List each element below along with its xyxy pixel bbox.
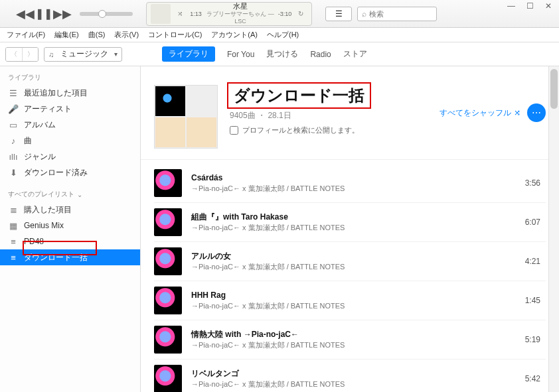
- tab-for you[interactable]: For You: [227, 50, 254, 59]
- minimize-button[interactable]: —: [505, 1, 518, 11]
- time-elapsed: 1:13: [187, 11, 205, 17]
- shuffle-all-button[interactable]: すべてをシャッフル ⤨: [439, 107, 520, 119]
- track-info: 情熱大陸 with →Pia-no-jaC←→Pia-no-jaC← x 葉加瀬…: [191, 329, 503, 350]
- sidebar-item-icon: ⬇: [8, 168, 19, 178]
- track-title: リベルタンゴ: [191, 368, 503, 379]
- shuffle-icon[interactable]: ⤨: [173, 10, 187, 17]
- next-button[interactable]: ▶▶: [53, 5, 72, 23]
- track-info: HHH Rag→Pia-no-jaC← x 葉加瀬太郎 / BATTLE NOT…: [191, 290, 503, 310]
- sidebar-item-label: ジャンル: [24, 151, 56, 163]
- track-row[interactable]: 組曲『』with Taro Hakase→Pia-no-jaC← x 葉加瀬太郎…: [154, 203, 546, 242]
- sidebar-item-icon: ıllı: [8, 152, 19, 162]
- library-item-2[interactable]: ▭アルバム: [0, 117, 140, 133]
- playlist-item-1[interactable]: ▦Genius Mix: [0, 218, 140, 233]
- list-view-button[interactable]: ☰: [325, 7, 352, 21]
- playlist-header: ダウンロード一括 9405曲 ・ 28.1日 プロフィールと検索に公開します。 …: [141, 66, 559, 160]
- sidebar-item-label: Genius Mix: [24, 221, 64, 230]
- playlist-item-3[interactable]: ≡ダウンロード一括: [0, 249, 140, 265]
- menu-5[interactable]: アカウント(A): [207, 29, 262, 41]
- track-artist: →Pia-no-jaC← x 葉加瀬太郎 / BATTLE NOTES: [191, 223, 503, 233]
- publish-checkbox-row[interactable]: プロフィールと検索に公開します。: [230, 125, 546, 135]
- library-item-1[interactable]: 🎤アーティスト: [0, 101, 140, 117]
- library-item-5[interactable]: ⬇ダウンロード済み: [0, 164, 140, 180]
- scrollbar-thumb[interactable]: [550, 69, 558, 109]
- tab-ストア[interactable]: ストア: [343, 48, 367, 60]
- tab-見つける[interactable]: 見つける: [266, 48, 298, 60]
- vertical-scrollbar[interactable]: [548, 66, 559, 392]
- search-icon: ⌕: [362, 9, 366, 19]
- media-category-select[interactable]: ミュージック: [44, 47, 122, 62]
- track-artwork: [154, 326, 182, 354]
- main-panel: ダウンロード一括 9405曲 ・ 28.1日 プロフィールと検索に公開します。 …: [141, 66, 559, 392]
- playlist-item-0[interactable]: ≣購入した項目: [0, 202, 140, 218]
- track-artist: →Pia-no-jaC← x 葉加瀬太郎 / BATTLE NOTES: [191, 379, 503, 389]
- track-artist: →Pia-no-jaC← x 葉加瀬太郎 / BATTLE NOTES: [191, 340, 503, 350]
- tab-radio[interactable]: Radio: [310, 50, 331, 59]
- menu-2[interactable]: 曲(S): [84, 29, 110, 41]
- sidebar-item-label: アルバム: [24, 119, 56, 131]
- track-row[interactable]: Csárdás→Pia-no-jaC← x 葉加瀬太郎 / BATTLE NOT…: [154, 164, 546, 203]
- track-row[interactable]: アルルの女→Pia-no-jaC← x 葉加瀬太郎 / BATTLE NOTES…: [154, 242, 546, 281]
- track-info: 組曲『』with Taro Hakase→Pia-no-jaC← x 葉加瀬太郎…: [191, 212, 503, 232]
- now-playing-subtitle: ラブリーサマーちゃん — LSC: [205, 11, 276, 25]
- time-remaining: -3:10: [276, 11, 294, 17]
- now-playing-title: 水星: [205, 2, 276, 11]
- repeat-icon[interactable]: ↻: [294, 10, 307, 17]
- menubar: ファイル(F)編集(E)曲(S)表示(V)コントロール(C)アカウント(A)ヘル…: [0, 28, 559, 42]
- sidebar-item-icon: ▦: [8, 221, 19, 231]
- prev-button[interactable]: ◀◀: [16, 5, 35, 23]
- track-duration: 1:45: [513, 296, 546, 305]
- sidebar-item-icon: ≡: [8, 237, 19, 247]
- menu-4[interactable]: コントロール(C): [144, 29, 206, 41]
- track-duration: 5:19: [513, 335, 546, 344]
- sidebar: ライブラリ☰最近追加した項目🎤アーティスト▭アルバム♪曲ıllıジャンル⬇ダウン…: [0, 66, 141, 392]
- shuffle-icon: ⤨: [514, 108, 520, 117]
- library-item-4[interactable]: ıllıジャンル: [0, 149, 140, 164]
- sidebar-item-icon: ≡: [8, 253, 19, 263]
- menu-3[interactable]: 表示(V): [110, 29, 143, 41]
- titlebar: ◀◀ ❚❚ ▶▶ ⤨ 1:13 水星 ラブリーサマーちゃん — LSC -3:1…: [0, 0, 559, 28]
- more-menu-button[interactable]: ⋯: [527, 103, 546, 122]
- track-list: Csárdás→Pia-no-jaC← x 葉加瀬太郎 / BATTLE NOT…: [141, 160, 559, 392]
- track-info: リベルタンゴ→Pia-no-jaC← x 葉加瀬太郎 / BATTLE NOTE…: [191, 368, 503, 389]
- volume-slider[interactable]: [80, 12, 133, 16]
- menu-6[interactable]: ヘルプ(H): [263, 29, 303, 41]
- playlist-actions: すべてをシャッフル ⤨ ⋯: [439, 103, 546, 122]
- playlist-artwork: [154, 85, 218, 149]
- track-title: HHH Rag: [191, 290, 503, 300]
- track-artist: →Pia-no-jaC← x 葉加瀬太郎 / BATTLE NOTES: [191, 184, 503, 194]
- playlist-duration: 28.1日: [268, 111, 291, 120]
- nav-arrows: 〈 〉: [5, 47, 39, 62]
- nav-back-button[interactable]: 〈: [6, 48, 22, 61]
- maximize-button[interactable]: ☐: [523, 1, 536, 11]
- playlist-item-2[interactable]: ≡PD48: [0, 233, 140, 249]
- sidebar-item-label: PD48: [24, 237, 44, 246]
- close-button[interactable]: ✕: [542, 1, 555, 11]
- track-title: アルルの女: [191, 251, 503, 261]
- menu-1[interactable]: 編集(E): [50, 29, 83, 41]
- track-row[interactable]: リベルタンゴ→Pia-no-jaC← x 葉加瀬太郎 / BATTLE NOTE…: [154, 359, 546, 392]
- library-item-3[interactable]: ♪曲: [0, 133, 140, 149]
- playlist-song-count: 9405曲: [230, 111, 256, 120]
- volume-thumb[interactable]: [98, 10, 106, 18]
- track-duration: 4:21: [513, 257, 546, 266]
- search-box[interactable]: ⌕: [357, 7, 437, 21]
- sidebar-item-icon: ▭: [8, 120, 19, 130]
- publish-checkbox[interactable]: [230, 126, 238, 135]
- sidebar-item-icon: ♪: [8, 136, 19, 146]
- pause-button[interactable]: ❚❚: [35, 5, 53, 23]
- nav-forward-button[interactable]: 〉: [22, 48, 38, 61]
- track-artist: →Pia-no-jaC← x 葉加瀬太郎 / BATTLE NOTES: [191, 262, 503, 272]
- menu-0[interactable]: ファイル(F): [3, 29, 49, 41]
- track-row[interactable]: 情熱大陸 with →Pia-no-jaC←→Pia-no-jaC← x 葉加瀬…: [154, 320, 546, 359]
- track-artwork: [154, 247, 182, 275]
- library-item-0[interactable]: ☰最近追加した項目: [0, 85, 140, 101]
- playback-controls: ◀◀ ❚❚ ▶▶: [16, 5, 133, 23]
- tab-ライブラリ[interactable]: ライブラリ: [162, 46, 215, 62]
- nav-row: 〈 〉 ミュージック ライブラリFor You見つけるRadioストア: [0, 42, 559, 66]
- track-row[interactable]: HHH Rag→Pia-no-jaC← x 葉加瀬太郎 / BATTLE NOT…: [154, 281, 546, 320]
- track-title: 情熱大陸 with →Pia-no-jaC←: [191, 329, 503, 340]
- window-controls: — ☐ ✕: [505, 1, 555, 11]
- search-input[interactable]: [369, 10, 432, 18]
- chevron-down-icon[interactable]: ⌄: [77, 191, 82, 198]
